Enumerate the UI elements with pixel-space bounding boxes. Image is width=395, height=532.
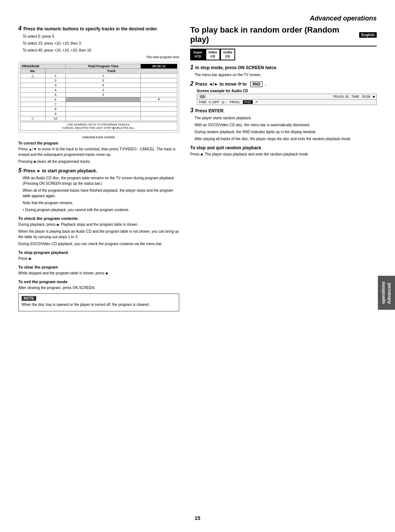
step3-para1: The player starts random playback. <box>195 115 377 121</box>
sidebar-tab-text: Advancedoperations <box>381 281 392 304</box>
table-row: △11 <box>20 73 177 78</box>
table-row: 6⬇ <box>20 97 177 102</box>
note-label: NOTE <box>22 296 36 301</box>
step5-heading: 5 Press ► to start program playback. <box>18 167 179 174</box>
to-correct-text: Press ▲/▼ to move ⟳ to the track to be c… <box>18 146 179 157</box>
right-step3-text: Press ENTER. <box>195 108 225 114</box>
step4-heading: 4 Press the numeric buttons to specify t… <box>18 25 179 32</box>
right-step1-number: 1 <box>190 64 193 71</box>
left-column: 4 Press the numeric buttons to specify t… <box>18 25 179 311</box>
menu-prog: PROG. <box>230 100 241 104</box>
screen-example-label: Screen example for Audio CD <box>197 89 377 93</box>
prog-note: USE NUMERIC KEYS TO PROGRAM TRACKS. CANC… <box>20 122 177 131</box>
stop-quit-text: Press ■. The player stops playback and e… <box>190 151 377 157</box>
col-no: No. <box>20 68 46 73</box>
exit-program-text: After clearing the program, press ON SCR… <box>18 285 179 291</box>
sidebar-tab: Advancedoperations <box>378 276 395 310</box>
two-column-layout: 4 Press the numeric buttons to specify t… <box>18 25 377 311</box>
right-step3-heading: 3 Press ENTER. <box>190 107 377 114</box>
step5-para1: With an Audio CD disc, the program table… <box>23 175 179 186</box>
table-row: 9 <box>20 111 177 116</box>
step4-instruction2: To select 23: press +10, +10, then 3. <box>23 41 179 46</box>
right-step3-number: 3 <box>190 107 193 114</box>
screen-example-section: Screen example for Audio CD CD TRACK 33 … <box>197 89 377 105</box>
step3-para2: With an SVCD/Video CD disc, the menu bar… <box>195 122 377 128</box>
step5-text: Press ► to start program playback. <box>23 168 97 174</box>
figure-caption-top: The total program time <box>18 55 179 59</box>
col-track: Track <box>45 68 177 73</box>
step3-para4: After playing all tracks of the disc, th… <box>195 136 377 142</box>
page-title: Advanced operations <box>310 15 377 22</box>
step4-text: Press the numeric buttons to specify tra… <box>23 26 158 32</box>
badge-videocd: VideoCD <box>206 49 220 60</box>
right-step1-text: In stop mode, press ON SCREEN twice. <box>195 65 278 71</box>
right-step2-text: Press ◄/► to move ⟳ to RND . <box>195 82 266 87</box>
random-play-title-text: To play back in random order (Random pla… <box>190 25 359 44</box>
step5-para2: When all of the programmed tracks have f… <box>23 188 179 199</box>
table-row: 25 <box>20 78 177 83</box>
right-step1-subtext: The menu bar appears on the TV screen. <box>195 72 377 78</box>
check-program-text2: When the player is playing back an Audio… <box>18 229 179 240</box>
page-container: Advanced operations 4 Press the numeric … <box>0 0 395 532</box>
stop-program-heading: To stop program playback <box>18 250 179 255</box>
menu-coff: C↓OFF <box>209 100 219 104</box>
rnd-label: RND <box>250 82 263 87</box>
figure-caption-below: Selected track number <box>18 135 179 139</box>
step3-para3: During random playback, the RND indicato… <box>195 129 377 135</box>
check-program-text: During playback, press ■. Playback stops… <box>18 222 179 227</box>
page-header: Advanced operations <box>18 15 377 22</box>
check-program-text3: During SVCD/Video CD playback, you can c… <box>18 241 179 247</box>
clear-program-text: While stopped and the program table is s… <box>18 270 179 276</box>
note-text: When the disc tray is opened or the play… <box>22 302 176 307</box>
total-time-value: 00:25:12 <box>141 64 177 68</box>
step4-instruction3: To select 40: press +10, +10, +10, then … <box>23 48 179 53</box>
stop-program-text: Press ■. <box>18 256 179 261</box>
screen-cd-label: CD <box>199 94 206 99</box>
program-table-wrapper: PROGRAM Total Program Time 00:25:12 No. … <box>18 62 179 132</box>
step5-para4: • During program playback, you cannot ed… <box>23 207 179 213</box>
english-badge: English <box>359 32 377 38</box>
step4-instruction1: To select 5: press 5. <box>23 34 179 39</box>
menu-time: TIME <box>199 100 207 104</box>
step4-number: 4 <box>18 25 22 32</box>
note-container: NOTE When the disc tray is opened or the… <box>18 293 179 311</box>
right-step2-number: 2 <box>190 80 193 87</box>
stop-quit-heading: To stop and quit random playback <box>190 145 377 150</box>
to-correct-text2: Pressing ■ clears all the programmed tra… <box>18 159 179 164</box>
menu-rnd: RND <box>243 100 253 104</box>
cursor-indicator: ↗ <box>255 100 258 104</box>
check-program-heading: To check the program contents <box>18 216 179 221</box>
program-table: PROGRAM Total Program Time 00:25:12 No. … <box>20 64 177 121</box>
table-row: 53 <box>20 92 177 97</box>
step5-para3: Note that the program remains. <box>23 200 179 206</box>
step5-number: 5 <box>18 167 22 174</box>
right-step1-heading: 1 In stop mode, press ON SCREEN twice. <box>190 64 377 71</box>
to-correct-heading: To correct the program <box>18 141 179 145</box>
badge-audiocd: AudioCD <box>220 49 236 60</box>
table-row: 7 <box>20 102 177 106</box>
total-time-label: Total Program Time <box>66 64 141 68</box>
table-row: ▽10 <box>20 116 177 121</box>
exit-program-heading: To exit the program mode <box>18 280 179 284</box>
screen-example-row1: CD TRACK 33 TIME 25:58 ■ <box>197 94 377 100</box>
menu-arrow: ◎→ <box>222 100 228 104</box>
random-play-title-bar: To play back in random order (Random pla… <box>190 25 377 46</box>
disc-badges: SuperVCD VideoCD AudioCD <box>190 49 377 60</box>
badge-supervcd: SuperVCD <box>190 49 206 60</box>
clear-program-heading: To clear the program <box>18 265 179 269</box>
page-number: 15 <box>195 515 200 521</box>
screen-track-info: TRACK 33 TIME 25:58 ■ <box>333 95 375 98</box>
table-row: 8 <box>20 106 177 111</box>
right-step2-heading: 2 Press ◄/► to move ⟳ to RND . <box>190 80 377 87</box>
table-row: 34 <box>20 83 177 87</box>
table-row: 42 <box>20 87 177 92</box>
screen-menu-bar: TIME C↓OFF ◎→ PROG. RND ↗ <box>197 100 377 105</box>
right-column: To play back in random order (Random pla… <box>190 25 377 311</box>
prog-label: PROGRAM <box>20 64 66 68</box>
